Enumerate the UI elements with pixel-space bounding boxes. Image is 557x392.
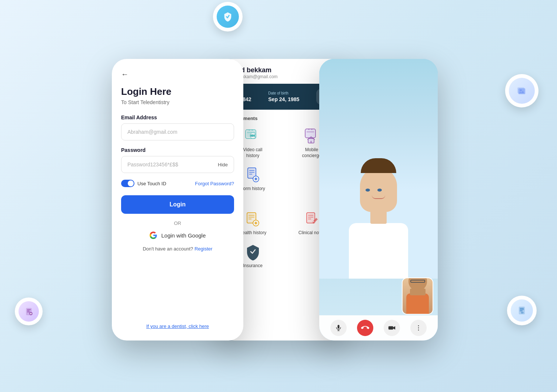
health-history-icon [244,209,262,228]
back-arrow: ← [121,70,129,78]
dob-info: Date of birth Sep 24, 1985 [268,91,299,102]
image-icon [509,78,535,104]
clinical-notes-icon [303,209,321,228]
dob-value: Sep 24, 1985 [268,96,299,102]
end-call-button[interactable] [357,320,373,336]
svg-point-38 [418,325,419,326]
notes-icon [511,299,533,322]
password-label: Password [121,147,234,153]
phones-container: ← Login Here To Start Teledentistry Emai… [112,29,445,363]
doc2-bubble [507,296,537,325]
insurance-label: Insurance [243,263,263,269]
microphone-button[interactable] [330,320,347,336]
form-history-icon [244,165,262,184]
health-bubble [213,2,243,31]
email-label: Email Address [121,114,234,120]
form-history-label: Form history [240,186,265,192]
login-subtitle: To Start Teledentistry [121,99,234,105]
svg-rect-30 [307,213,315,223]
doc1-bubble [15,298,43,325]
dentist-link[interactable]: If you are a dentist, click here [146,323,209,329]
shield-icon [217,6,239,28]
mini-person [403,278,433,314]
google-login-button[interactable]: Login with Google [121,231,234,239]
touch-id-option[interactable]: Use Touch ID [121,180,166,187]
svg-point-40 [418,330,419,331]
camera-button[interactable] [384,320,400,336]
dob-label: Date of birth [268,91,299,95]
video-phone: 39:45 [319,59,438,340]
video-call-history-label: Video callhistory [243,147,263,159]
svg-rect-14 [305,129,316,138]
svg-rect-37 [388,326,393,329]
svg-point-39 [418,328,419,329]
insurance-icon [244,242,262,261]
dentist-link-wrap: If you are a dentist, click here [112,323,243,329]
video-controls [319,315,438,340]
svg-point-2 [520,89,522,91]
mobile-concierge-label: Mobileconcierge [302,147,321,159]
mini-video [402,278,433,315]
or-divider: OR [112,220,243,226]
google-login-label: Login with Google [161,232,206,239]
password-placeholder: Password123456*£$$ [127,162,178,167]
touch-id-label: Use Touch ID [137,181,166,186]
svg-rect-19 [310,141,312,143]
hide-button[interactable]: Hide [218,162,228,167]
login-button[interactable]: Login [121,195,234,214]
video-background: 39:45 [319,59,438,340]
google-icon [149,231,157,239]
svg-rect-1 [518,88,526,94]
svg-rect-6 [521,312,524,314]
mobile-concierge-icon [303,126,321,145]
register-link[interactable]: Register [194,246,212,252]
svg-rect-13 [250,134,254,137]
svg-rect-34 [338,325,340,329]
login-title: Login Here [121,86,234,97]
login-options: Use Touch ID Forgot Password? [121,180,234,187]
more-options-button[interactable] [410,320,427,336]
image-bubble [505,74,538,107]
no-account-text: Don't have an account? [143,246,193,252]
forgot-password-link[interactable]: Forgot Password? [195,181,234,186]
document-add-icon [19,301,39,322]
password-input[interactable]: Password123456*£$$ Hide [121,156,234,173]
back-button[interactable]: ← [112,59,243,79]
email-input[interactable]: Abraham@gmail.com [121,123,234,140]
touch-id-toggle[interactable] [121,180,134,187]
login-phone: ← Login Here To Start Teledentistry Emai… [112,59,243,340]
register-row: Don't have an account? Register [112,246,243,252]
email-placeholder: Abraham@gmail.com [127,129,177,135]
video-call-history-icon [244,126,262,145]
